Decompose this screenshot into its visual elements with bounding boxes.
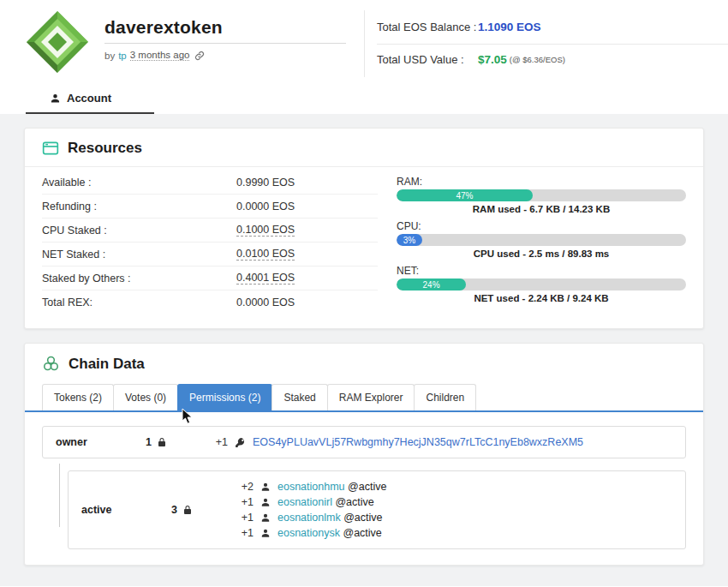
resource-row-total-rex: Total REX: 0.0000 EOS — [42, 291, 378, 314]
tab-account-label: Account — [67, 92, 111, 105]
permission-tree-connector — [59, 464, 60, 527]
chain-data-tabs: Tokens (2) Votes (0) Permissions (2) Sta… — [25, 384, 703, 412]
active-account-entry: +2 eosnationhmu @active — [238, 481, 672, 493]
permission-owner: owner 1 +1 EOS4yPLUavVLj57Rwbgmhy7HecjJN… — [42, 426, 686, 458]
mouse-cursor — [182, 408, 194, 428]
usd-value-label: Total USD Value : — [377, 53, 478, 66]
eos-balance-row: Total EOS Balance : 1.1090 EOS — [377, 12, 728, 45]
resource-row-staked-by-others: Staked by Others : 0.4001 EOS — [42, 267, 378, 291]
resources-card: Resources Available : 0.9990 EOS Refundi… — [24, 128, 704, 329]
tab-votes[interactable]: Votes (0) — [113, 384, 178, 410]
page-header: daverextoken by tp 3 months ago Total EO… — [0, 0, 728, 84]
person-icon — [260, 482, 271, 492]
eos-balance-label: Total EOS Balance : — [377, 21, 478, 33]
chain-data-icon — [42, 355, 60, 373]
resource-meters: RAM: 47% RAM used - 6.7 KB / 14.23 KB CP… — [397, 171, 686, 314]
resource-row-net-staked: NET Staked : 0.0100 EOS — [42, 243, 378, 267]
account-link[interactable]: eosnationirl — [277, 496, 332, 508]
active-account-entry: +1 eosnationysk @active — [238, 527, 672, 539]
ram-meter: RAM: 47% RAM used - 6.7 KB / 14.23 KB — [397, 176, 686, 214]
account-link[interactable]: eosnationhmu — [277, 481, 345, 493]
usd-value: $7.05 — [478, 53, 507, 66]
usd-rate: (@ $6.36/EOS) — [510, 55, 565, 64]
cpu-meter: CPU: 3% CPU used - 2.5 ms / 89.83 ms — [397, 220, 686, 259]
cpu-usage-text: CPU used - 2.5 ms / 89.83 ms — [397, 249, 686, 259]
account-link[interactable]: eosnationysk — [277, 527, 340, 539]
resources-title: Resources — [68, 140, 142, 157]
usd-value-row: Total USD Value : $7.05 (@ $6.36/EOS) — [377, 45, 728, 76]
tab-children[interactable]: Children — [414, 384, 476, 410]
net-usage-text: NET used - 2.24 KB / 9.24 KB — [397, 293, 686, 303]
resources-card-icon — [42, 140, 59, 157]
permission-name: owner — [56, 436, 146, 448]
ram-usage-text: RAM used - 6.7 KB / 14.23 KB — [397, 204, 686, 214]
permission-threshold: 1 — [146, 436, 212, 448]
person-icon — [260, 512, 271, 523]
main-tab-strip: Account — [0, 84, 728, 114]
person-icon — [260, 528, 271, 538]
person-icon — [50, 93, 61, 104]
resource-row-cpu-staked: CPU Staked : 0.1000 EOS — [42, 219, 378, 243]
active-account-entry: +1 eosnationirl @active — [238, 496, 672, 508]
page-body: Resources Available : 0.9990 EOS Refundi… — [0, 114, 728, 586]
eos-balance-value: 1.1090 EOS — [478, 21, 541, 33]
creator-byline: by tp 3 months ago — [104, 50, 346, 61]
permissions-panel: owner 1 +1 EOS4yPLUavVLj57Rwbgmhy7HecjJN… — [25, 412, 703, 565]
cpu-progress-bar: 3% — [397, 234, 686, 246]
token-logo-icon — [26, 10, 89, 77]
by-label: by — [104, 51, 115, 61]
person-icon — [260, 497, 271, 507]
tab-ram-explorer[interactable]: RAM Explorer — [327, 384, 415, 410]
resource-row-available: Available : 0.9990 EOS — [42, 171, 378, 195]
resources-table: Available : 0.9990 EOS Refunding : 0.000… — [42, 171, 378, 314]
owner-key-entry: +1 EOS4yPLUavVLj57Rwbgmhy7HecjJN35qw7rLT… — [212, 436, 672, 448]
chain-data-card: Chain Data Tokens (2) Votes (0) Permissi… — [24, 343, 704, 566]
ram-progress-bar: 47% — [397, 189, 686, 201]
account-link[interactable]: eosnationlmk — [277, 512, 341, 524]
permalink-icon[interactable] — [194, 51, 205, 61]
permission-threshold: 3 — [171, 504, 238, 516]
lock-icon — [157, 437, 167, 447]
tab-tokens[interactable]: Tokens (2) — [42, 384, 114, 410]
lock-icon — [182, 505, 193, 515]
page-title: daverextoken — [104, 17, 346, 38]
creation-age: 3 months ago — [130, 50, 190, 61]
key-icon — [235, 437, 246, 448]
tab-staked[interactable]: Staked — [272, 384, 327, 410]
permission-active: active 3 +2 eosnationhmu @active + — [68, 470, 686, 549]
net-meter: NET: 24% NET used - 2.24 KB / 9.24 KB — [397, 265, 686, 303]
active-account-entry: +1 eosnationlmk @active — [238, 512, 672, 524]
title-underline — [104, 43, 346, 44]
tab-account[interactable]: Account — [26, 84, 154, 114]
permission-name: active — [81, 504, 171, 516]
chain-data-title: Chain Data — [69, 356, 145, 373]
net-progress-bar: 24% — [397, 279, 686, 291]
resource-row-refunding: Refunding : 0.0000 EOS — [42, 195, 378, 219]
tab-permissions[interactable]: Permissions (2) — [177, 384, 272, 410]
creator-link[interactable]: tp — [118, 51, 127, 61]
balance-panel: Total EOS Balance : 1.1090 EOS Total USD… — [364, 10, 728, 77]
owner-public-key-link[interactable]: EOS4yPLUavVLj57Rwbgmhy7HecjJN35qw7rLTcC1… — [253, 436, 583, 448]
